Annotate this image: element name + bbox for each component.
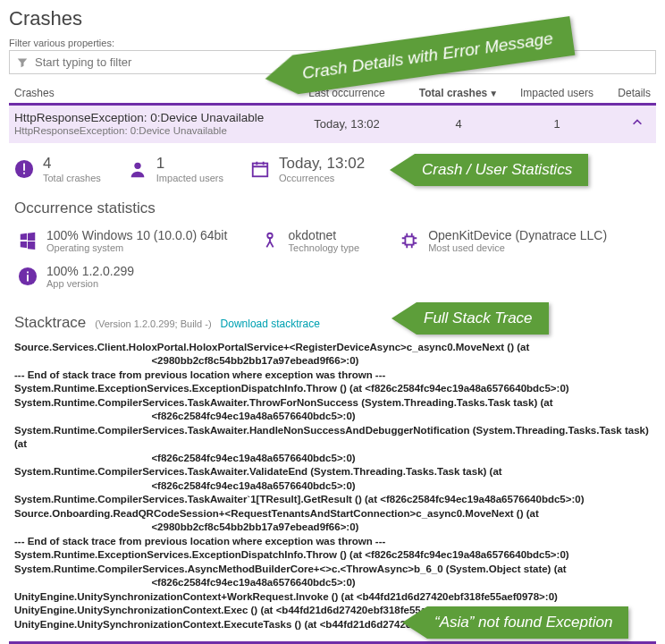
- stat-total-crashes: 4Total crashes: [14, 156, 101, 183]
- crash-title: HttpResponseException: 0:Device Unavaila…: [14, 111, 284, 124]
- col-impacted[interactable]: Impacted users: [508, 87, 606, 99]
- user-icon: [128, 159, 147, 179]
- col-details: Details: [606, 87, 651, 99]
- crash-impacted: 1: [508, 117, 606, 131]
- annotation-asia: “Asia” not found Exception: [402, 606, 628, 639]
- stacktrace-title: Stacktrace: [14, 314, 86, 332]
- sort-desc-icon: ▼: [489, 89, 498, 98]
- svg-rect-9: [27, 271, 29, 273]
- svg-point-3: [134, 163, 140, 169]
- stacktrace-header: Stacktrace (Version 1.2.0.299; Build -) …: [9, 300, 656, 335]
- crash-subtitle: HttpResponseException: 0:Device Unavaila…: [14, 125, 284, 136]
- svg-point-5: [267, 233, 273, 238]
- crash-last: Today, 13:02: [284, 117, 409, 131]
- collapse-icon[interactable]: [606, 116, 651, 131]
- annotation-stacktrace: Full Stack Trace: [391, 302, 549, 335]
- stacktrace-body: Source.Services.Client.HoloxPortal.Holox…: [9, 335, 656, 641]
- occurrence-stats-title: Occurrence statistics: [9, 191, 656, 223]
- col-crashes[interactable]: Crashes: [14, 87, 284, 99]
- col-total[interactable]: Total crashes▼: [409, 87, 508, 99]
- occ-os: 100% Windows 10 (10.0.0) 64bitOperating …: [14, 223, 257, 258]
- occ-tech: okdotnetTechnology type: [257, 223, 397, 258]
- crash-row-collapsed[interactable]: KeyNotFoundException: Asia not found nul…: [9, 641, 656, 644]
- occ-appversion: 100% 1.2.0.299App version: [14, 258, 651, 294]
- windows-icon: [18, 231, 38, 250]
- stat-occurrences: Today, 13:02Occurrences: [250, 156, 365, 183]
- calendar-icon: [250, 159, 270, 179]
- alert-icon: [14, 159, 34, 179]
- svg-rect-4: [253, 164, 268, 177]
- filter-icon: [17, 57, 28, 68]
- crash-total: 4: [409, 117, 508, 131]
- svg-rect-1: [23, 164, 25, 171]
- stacktrace-meta: (Version 1.2.0.299; Build -): [95, 318, 211, 329]
- occ-device: OpenKitDevice (Dynatrace LLC)Most used d…: [396, 223, 651, 258]
- svg-rect-8: [27, 275, 29, 281]
- occurrence-grid: 100% Windows 10 (10.0.0) 64bitOperating …: [9, 223, 656, 300]
- info-icon: [18, 267, 38, 286]
- crashes-page: Crashes Filter various properties: Crash…: [0, 0, 665, 644]
- svg-rect-6: [406, 236, 414, 244]
- stat-impacted-users: 1Impacted users: [128, 156, 223, 183]
- tech-icon: [260, 231, 280, 250]
- annotation-stats: Crash / User Statistics: [390, 154, 588, 186]
- crash-row-expanded[interactable]: HttpResponseException: 0:Device Unavaila…: [9, 103, 656, 143]
- download-stacktrace-link[interactable]: Download stacktrace: [221, 318, 320, 330]
- device-icon: [400, 231, 419, 250]
- svg-rect-2: [23, 173, 25, 174]
